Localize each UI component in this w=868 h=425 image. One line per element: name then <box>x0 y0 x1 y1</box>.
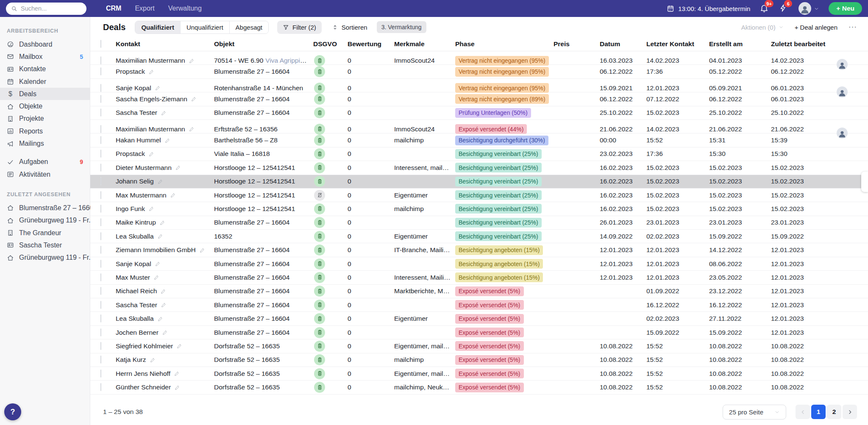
column-header[interactable]: Objekt <box>214 40 313 48</box>
row-checkbox[interactable] <box>100 191 101 199</box>
sidebar-item-the-grandeur[interactable]: The Grandeur <box>0 227 90 239</box>
column-header[interactable]: Phase <box>455 40 554 48</box>
row-checkbox[interactable] <box>100 177 101 185</box>
column-header[interactable]: Erstellt am <box>709 40 771 48</box>
table-row[interactable]: Sanje KopalBlumenstraße 27 – 166040Besic… <box>90 257 868 271</box>
table-row[interactable]: Herrn Jens NiehoffDorfstraße 52 – 166350… <box>90 367 868 381</box>
table-row[interactable]: Lea SkuballaBlumenstraße 27 – 166040Eige… <box>90 312 868 325</box>
sidebar-item-sascha-tester[interactable]: Sascha Tester <box>0 239 90 251</box>
sidebar-item-projekte[interactable]: Projekte <box>0 113 90 125</box>
sidebar-item-blumenstra-e-27-16604[interactable]: Blumenstraße 27 – 16604 <box>0 202 90 214</box>
row-checkbox[interactable] <box>100 205 101 213</box>
table-row[interactable]: Maike KintrupBlumenstraße 27 – 166040Bes… <box>90 216 868 230</box>
select-all-checkbox[interactable] <box>100 40 101 48</box>
top-nav-export[interactable]: Export <box>135 5 154 12</box>
row-checkbox[interactable] <box>100 108 101 117</box>
help-button[interactable]: ? <box>4 403 21 420</box>
row-checkbox[interactable] <box>100 164 101 172</box>
new-button[interactable]: + Neu <box>829 2 862 15</box>
table-row[interactable]: Michael ReichBlumenstraße 27 – 166040Mar… <box>90 285 868 298</box>
sidebar-item-gr-neburgweg-119-fr-[interactable]: Grüneburgweg 119 - Fr... <box>0 214 90 227</box>
column-header[interactable]: DSGVO <box>313 40 348 48</box>
table-row[interactable]: Maximilian Mustermann70514 - WE 6.90Viva… <box>90 51 868 65</box>
global-search[interactable] <box>6 3 86 15</box>
tab-qualifiziert[interactable]: Qualifiziert <box>135 21 181 33</box>
more-options-button[interactable]: ··· <box>849 25 857 29</box>
table-row[interactable]: Jochen BernerBlumenstraße 27 – 166040Exp… <box>90 326 868 339</box>
sidebar-item-kontakte[interactable]: Kontakte <box>0 63 90 75</box>
sidebar-item-reports[interactable]: Reports <box>0 125 90 137</box>
table-row[interactable]: Sascha Engels-ZiemannBlumenstraße 27 – 1… <box>90 92 868 106</box>
top-nav-crm[interactable]: CRM <box>106 5 121 12</box>
row-checkbox[interactable] <box>100 383 101 391</box>
pagination-page-1[interactable]: 1 <box>811 405 826 419</box>
tab-unqualifiziert[interactable]: Unqualifiziert <box>181 21 230 33</box>
sidebar-item-mailbox[interactable]: Mailbox5 <box>0 50 90 63</box>
table-row[interactable]: Lea Skuballa163520EigentümerBesichtigung… <box>90 230 868 243</box>
search-input[interactable] <box>21 5 76 12</box>
table-row[interactable]: Sascha TesterBlumenstraße 27 – 166040Prü… <box>90 106 868 120</box>
sidebar-item-aktivit-ten[interactable]: Aktivitäten <box>0 168 90 181</box>
sort-button[interactable]: Sortieren <box>328 21 372 34</box>
column-header[interactable]: Preis <box>554 40 600 48</box>
table-row[interactable]: Sanje KopalRotenhanstraße 14 - München0V… <box>90 79 868 92</box>
row-checkbox[interactable] <box>100 246 101 254</box>
row-checkbox[interactable] <box>100 125 101 133</box>
pagination-next-button[interactable] <box>843 405 857 419</box>
table-row[interactable]: Maximilian MustermannErftstraße 52 – 163… <box>90 120 868 133</box>
table-row[interactable]: Günther SchneiderDorfstraße 52 – 166350m… <box>90 381 868 394</box>
row-checkbox[interactable] <box>100 84 101 92</box>
column-header[interactable]: Bewertung <box>348 40 394 48</box>
row-checkbox[interactable] <box>100 356 101 364</box>
column-header[interactable]: Datum <box>600 40 646 48</box>
top-nav-verwaltung[interactable]: Verwaltung <box>168 5 202 12</box>
row-checkbox[interactable] <box>100 136 101 144</box>
column-header[interactable]: Kontakt <box>116 40 214 48</box>
object-link[interactable]: Viva Agrippina | N... <box>265 57 313 64</box>
sidebar-item-objekte[interactable]: Objekte <box>0 100 90 112</box>
sidebar-item-deals[interactable]: $Deals <box>0 88 90 100</box>
pagination-page-2[interactable]: 2 <box>827 405 841 419</box>
tab-abgesagt[interactable]: Abgesagt <box>230 21 268 33</box>
row-checkbox[interactable] <box>100 150 101 158</box>
activity-bolt-button[interactable]: 6 <box>779 3 789 14</box>
create-deal-button[interactable]: + Deal anlegen <box>795 24 837 31</box>
sidebar-item-kalender[interactable]: Kalender <box>0 75 90 88</box>
sidebar-item-gr-neburgweg-119-fr-[interactable]: Grüneburgweg 119 - Fr... <box>0 251 90 264</box>
row-checkbox[interactable] <box>100 67 101 75</box>
column-header[interactable]: Letzter Kontakt <box>646 40 709 48</box>
row-checkbox[interactable] <box>100 301 101 309</box>
pagination-prev-button[interactable] <box>796 405 810 419</box>
row-checkbox[interactable] <box>100 95 101 103</box>
table-row[interactable]: Dieter MustermannHorstlooge 12 – 1254125… <box>90 161 868 175</box>
row-checkbox[interactable] <box>100 342 101 350</box>
notifications-bell-button[interactable]: 9+ <box>760 3 770 14</box>
row-checkbox[interactable] <box>100 273 101 281</box>
row-checkbox[interactable] <box>100 260 101 268</box>
row-checkbox[interactable] <box>100 232 101 240</box>
table-row[interactable]: Ziemann Immobilien GmbHBlumenstraße 27 –… <box>90 243 868 257</box>
user-menu[interactable] <box>798 2 819 15</box>
table-row[interactable]: Sascha TesterBlumenstraße 27 – 166040Exp… <box>90 298 868 312</box>
row-checkbox[interactable] <box>100 314 101 322</box>
pipeline-chip[interactable]: 3. Vermarktung <box>377 21 426 33</box>
next-event-chip[interactable]: 13:00: 4. Übergabetermin <box>667 5 750 12</box>
table-row[interactable]: Johann SeligHorstlooge 12 – 1254125410Be… <box>90 175 868 189</box>
column-header[interactable]: Merkmale <box>394 40 455 48</box>
table-row[interactable]: Ingo FunkHorstlooge 12 – 1254125410mailc… <box>90 202 868 216</box>
actions-dropdown-button[interactable]: Aktionen (0) <box>741 24 784 31</box>
column-header[interactable]: Zuletzt bearbeitet <box>771 40 837 48</box>
table-row[interactable]: Max MusterBlumenstraße 27 – 166040Intere… <box>90 271 868 284</box>
table-row[interactable]: Siegfried KohlmeierDorfstraße 52 – 16635… <box>90 339 868 353</box>
sidebar-item-dashboard[interactable]: Dashboard <box>0 38 90 50</box>
row-checkbox[interactable] <box>100 287 101 295</box>
row-checkbox[interactable] <box>100 218 101 226</box>
sidebar-item-aufgaben[interactable]: Aufgaben9 <box>0 156 90 168</box>
row-checkbox[interactable] <box>100 369 101 378</box>
sidebar-item-mailings[interactable]: Mailings <box>0 137 90 150</box>
table-row[interactable]: Max MustermannHorstlooge 12 – 1254125410… <box>90 189 868 202</box>
table-row[interactable]: Katja KurzDorfstraße 52 – 166350mailchim… <box>90 353 868 367</box>
table-row[interactable]: PropstackBlumenstraße 27 – 166040Vertrag… <box>90 65 868 78</box>
row-checkbox[interactable] <box>100 56 101 64</box>
filter-button[interactable]: Filter (2) <box>277 21 322 34</box>
